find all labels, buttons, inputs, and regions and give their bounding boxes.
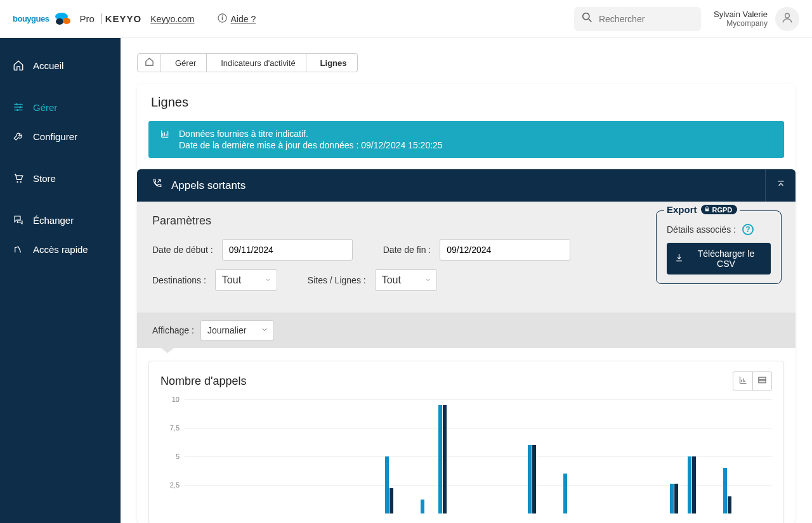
bar-group: [665, 399, 683, 513]
logo-circles-icon: [54, 12, 73, 26]
sites-label: Sites / Lignes :: [308, 275, 366, 285]
bar-group: [202, 399, 220, 513]
bar: [532, 445, 536, 513]
sidebar: Accueil Gérer Configurer Store Échanger …: [0, 38, 121, 523]
breadcrumb-home[interactable]: [137, 53, 161, 72]
sites-select[interactable]: Tout: [375, 269, 437, 291]
search-icon: [582, 12, 593, 25]
user-name: Sylvain Valerie: [714, 10, 768, 19]
bar-group: [558, 399, 576, 513]
bar: [723, 468, 727, 513]
sidebar-item-configurer[interactable]: Configurer: [0, 122, 121, 151]
bar: [421, 500, 424, 513]
bar-group: [220, 399, 238, 513]
y-tick: 2,5: [170, 481, 180, 489]
sidebar-item-accueil[interactable]: Accueil: [0, 51, 121, 80]
bar: [563, 474, 567, 513]
chevron-up-icon: [776, 179, 786, 192]
sidebar-item-label: Accès rapide: [33, 244, 88, 255]
user-block[interactable]: Sylvain Valerie Mycompany: [714, 10, 768, 28]
bar-group: [505, 399, 523, 513]
info-line-1: Données fournies à titre indicatif.: [179, 129, 443, 139]
bar-group: [630, 399, 648, 513]
svg-point-19: [706, 209, 707, 210]
bar-group: [273, 399, 291, 513]
wrench-icon: [13, 131, 24, 142]
date-start-input[interactable]: [222, 239, 353, 261]
breadcrumb-item-gerer[interactable]: Gérer: [161, 53, 207, 72]
sidebar-item-label: Échanger: [33, 215, 74, 226]
sidebar-item-label: Store: [33, 173, 56, 184]
bar: [728, 496, 731, 513]
bar-group: [487, 399, 505, 513]
chat-icon: [13, 214, 24, 226]
bar-group: [648, 399, 665, 513]
sidebar-item-label: Gérer: [33, 102, 57, 113]
y-tick: 5: [176, 453, 180, 460]
panel-header[interactable]: Appels sortants: [137, 169, 796, 202]
svg-point-14: [16, 109, 18, 111]
page-title: Lignes: [137, 84, 796, 121]
destinations-label: Destinations :: [152, 275, 206, 285]
table-icon: [757, 375, 767, 387]
sidebar-item-gerer[interactable]: Gérer: [0, 93, 121, 122]
bar-group: [256, 399, 273, 513]
bar-group: [398, 399, 416, 513]
page-card: Lignes Données fournies à titre indicati…: [137, 84, 796, 523]
bar-group: [594, 399, 612, 513]
svg-point-15: [16, 181, 18, 183]
params-section: Paramètres Date de début : Date de fin :…: [137, 202, 796, 313]
help-link[interactable]: Aide ?: [218, 13, 256, 25]
bar-group: [291, 399, 309, 513]
help-icon[interactable]: ?: [742, 224, 754, 235]
lock-icon: [704, 205, 710, 214]
bar-group: [363, 399, 381, 513]
bar: [688, 456, 691, 513]
chart-view-button[interactable]: [733, 372, 752, 390]
bar: [443, 405, 447, 513]
collapse-button[interactable]: [765, 169, 796, 202]
svg-point-12: [20, 107, 22, 108]
download-csv-button[interactable]: Télécharger le CSV: [667, 243, 771, 274]
svg-point-10: [16, 103, 18, 105]
svg-point-16: [20, 181, 22, 183]
bar-group: [701, 399, 719, 513]
view-toggle: [733, 371, 772, 391]
search-box[interactable]: [574, 7, 701, 31]
phone-out-icon: [151, 178, 162, 193]
bar-group: [576, 399, 594, 513]
search-input[interactable]: [599, 14, 693, 24]
rgpd-badge: RGPD: [701, 205, 738, 214]
bar-group: [683, 399, 701, 513]
chart-card: Nombre d'appels 2,557,510: [148, 361, 784, 523]
chevron-down-icon: [424, 274, 431, 286]
brand-site-link[interactable]: Keyyo.com: [150, 14, 194, 24]
breadcrumb-item-indicateurs[interactable]: Indicateurs d'activité: [207, 53, 306, 72]
download-icon: [674, 253, 684, 264]
svg-point-2: [63, 18, 70, 24]
bar-chart-icon: [738, 375, 748, 387]
date-end-label: Date de fin :: [383, 245, 431, 255]
date-end-input[interactable]: [440, 239, 570, 261]
export-box: Export RGPD Détails associés : ?: [656, 210, 782, 284]
bar-group: [719, 399, 737, 513]
destinations-select[interactable]: Tout: [215, 269, 277, 291]
avatar[interactable]: [775, 7, 799, 31]
y-tick: 10: [172, 396, 180, 403]
svg-rect-5: [221, 17, 223, 20]
sliders-icon: [13, 101, 24, 113]
sidebar-item-acces-rapide[interactable]: Accès rapide: [0, 235, 121, 264]
info-bar: Données fournies à titre indicatif. Date…: [148, 121, 784, 158]
sidebar-item-echanger[interactable]: Échanger: [0, 205, 121, 235]
bar-group: [452, 399, 469, 513]
export-legend: Export RGPD: [664, 204, 740, 215]
bar: [528, 445, 532, 513]
display-label: Affichage :: [152, 325, 194, 335]
brand-logo: bouygues Pro KEYYO: [13, 12, 141, 26]
sidebar-item-store[interactable]: Store: [0, 164, 121, 193]
bar-group: [540, 399, 558, 513]
sidebar-item-label: Configurer: [33, 131, 77, 142]
display-select[interactable]: Journalier: [200, 320, 274, 340]
user-company: Mycompany: [726, 19, 768, 28]
table-view-button[interactable]: [752, 372, 771, 390]
